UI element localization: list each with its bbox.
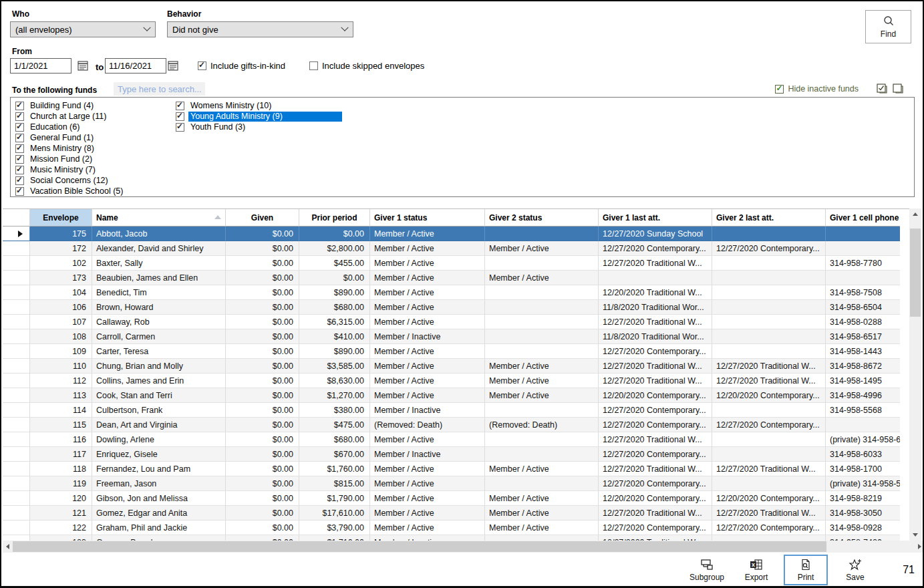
table-cell[interactable]: 314-958-7508 — [826, 285, 900, 300]
table-cell[interactable]: 116 — [30, 432, 92, 447]
table-cell[interactable]: Member / Active — [485, 491, 599, 506]
checkbox-icon[interactable] — [15, 134, 24, 142]
table-cell[interactable]: Member / Active — [485, 388, 599, 403]
table-cell[interactable]: 12/27/2020 Traditional W... — [712, 462, 826, 476]
table-cell[interactable]: 314-958-7780 — [826, 256, 900, 271]
checkbox-icon[interactable] — [176, 123, 184, 132]
table-cell[interactable]: $0.00 — [226, 506, 299, 521]
table-cell[interactable]: Member / Inactive — [370, 447, 485, 462]
table-cell[interactable] — [485, 227, 599, 241]
table-cell[interactable]: Chung, Brian and Molly — [92, 359, 226, 374]
table-cell[interactable]: $2,800.00 — [299, 241, 370, 256]
table-cell[interactable] — [485, 344, 599, 359]
table-cell[interactable] — [712, 447, 826, 462]
table-cell[interactable] — [826, 271, 900, 285]
table-cell[interactable]: Member / Active — [370, 506, 485, 521]
table-cell[interactable]: 12/20/2020 Contemporary... — [712, 491, 826, 506]
table-cell[interactable]: 12/27/2020 Contemporary... — [599, 476, 712, 491]
table-cell[interactable]: 121 — [30, 506, 92, 521]
table-cell[interactable]: 12/27/2020 Traditional W... — [712, 506, 826, 521]
table-cell[interactable]: 314-958-8672 — [826, 359, 900, 374]
table-cell[interactable]: 314-958-5568 — [826, 403, 900, 418]
table-cell[interactable]: $0.00 — [226, 300, 299, 315]
table-cell[interactable]: Freeman, Jason — [92, 476, 226, 491]
check-all-funds-button[interactable] — [877, 83, 888, 94]
scroll-right-button[interactable] — [915, 541, 924, 553]
fund-item[interactable]: Youth Fund (3) — [176, 122, 342, 132]
table-cell[interactable]: 314-958-6504 — [826, 300, 900, 315]
table-cell[interactable]: $0.00 — [226, 535, 299, 541]
table-cell[interactable]: 12/27/2020 Contemporary... — [712, 241, 826, 256]
table-cell[interactable]: 314-958-1700 — [826, 462, 900, 476]
checkbox-icon[interactable] — [15, 112, 24, 121]
table-cell[interactable]: Member / Active — [370, 344, 485, 359]
table-cell[interactable] — [712, 403, 826, 418]
table-cell[interactable]: 106 — [30, 300, 92, 315]
table-cell[interactable] — [485, 256, 599, 271]
table-cell[interactable]: Member / Active — [370, 241, 485, 256]
table-cell[interactable]: Beaubien, James and Ellen — [92, 271, 226, 285]
table-cell[interactable]: Member / Active — [370, 227, 485, 241]
table-cell[interactable]: Member / Active — [370, 285, 485, 300]
table-cell[interactable]: Gibson, Jon and Melissa — [92, 491, 226, 506]
table-cell[interactable]: Member / Active — [370, 491, 485, 506]
table-cell[interactable]: 120 — [30, 491, 92, 506]
column-header-giver2-last-att[interactable]: Giver 2 last att. — [712, 209, 826, 227]
table-cell[interactable]: $0.00 — [226, 271, 299, 285]
table-cell[interactable]: 102 — [30, 256, 92, 271]
table-cell[interactable]: $6,315.00 — [299, 315, 370, 329]
table-cell[interactable]: Member / Active — [370, 315, 485, 329]
table-cell[interactable]: Carter, Teresa — [92, 344, 226, 359]
subgroup-button[interactable]: Subgroup — [685, 555, 729, 585]
table-cell[interactable]: Member / Inactive — [370, 535, 485, 541]
vertical-scrollbar-thumb[interactable] — [910, 229, 921, 317]
checkbox-icon[interactable] — [15, 123, 24, 132]
from-calendar-button[interactable] — [77, 59, 90, 73]
table-cell[interactable]: Member / Active — [485, 506, 599, 521]
table-cell[interactable] — [826, 227, 900, 241]
table-cell[interactable] — [712, 476, 826, 491]
fund-item[interactable]: Vacation Bible School (5) — [15, 186, 125, 196]
table-cell[interactable]: $0.00 — [226, 418, 299, 432]
table-cell[interactable]: $0.00 — [226, 388, 299, 403]
uncheck-all-funds-button[interactable] — [893, 83, 904, 94]
table-cell[interactable]: 122 — [30, 521, 92, 535]
table-cell[interactable]: Member / Active — [485, 271, 599, 285]
table-cell[interactable]: 12/27/2020 Traditional W... — [599, 506, 712, 521]
table-cell[interactable]: 12/27/2020 Contemporary... — [599, 447, 712, 462]
table-cell[interactable]: 12/27/2020 Traditional W... — [599, 359, 712, 374]
table-cell[interactable] — [712, 432, 826, 447]
table-cell[interactable]: $8,630.00 — [299, 374, 370, 388]
table-cell[interactable]: $0.00 — [226, 447, 299, 462]
table-cell[interactable]: Member / Active — [485, 374, 599, 388]
table-cell[interactable]: (private) 314-958-664 — [826, 432, 900, 447]
table-cell[interactable]: 12/27/2020 Traditional W... — [712, 374, 826, 388]
checkbox-icon[interactable] — [15, 102, 24, 110]
table-cell[interactable] — [485, 329, 599, 344]
table-cell[interactable]: 109 — [30, 344, 92, 359]
table-cell[interactable] — [712, 256, 826, 271]
table-cell[interactable]: 12/27/2020 Sunday School — [599, 227, 712, 241]
table-cell[interactable]: 314-958-1443 — [826, 344, 900, 359]
table-cell[interactable]: 314-958-3050 — [826, 506, 900, 521]
table-cell[interactable]: $670.00 — [299, 447, 370, 462]
checkbox-icon[interactable] — [176, 112, 184, 121]
table-cell[interactable]: 314-958-0928 — [826, 521, 900, 535]
table-cell[interactable]: 12/27/2020 Contemporary... — [712, 418, 826, 432]
table-cell[interactable]: 113 — [30, 388, 92, 403]
table-cell[interactable]: 114 — [30, 403, 92, 418]
horizontal-scrollbar-thumb[interactable] — [13, 541, 826, 552]
table-cell[interactable]: 12/27/2020 Contemporary... — [599, 418, 712, 432]
table-cell[interactable]: (Removed: Death) — [370, 418, 485, 432]
table-cell[interactable]: Cook, Stan and Terri — [92, 388, 226, 403]
table-cell[interactable]: 12/27/2020 Traditional W... — [599, 462, 712, 476]
table-cell[interactable] — [712, 300, 826, 315]
table-cell[interactable]: $890.00 — [299, 285, 370, 300]
table-cell[interactable] — [485, 447, 599, 462]
scroll-down-button[interactable] — [909, 529, 921, 541]
table-cell[interactable]: 119 — [30, 476, 92, 491]
export-button[interactable]: x Export — [734, 555, 778, 585]
table-cell[interactable]: $0.00 — [226, 329, 299, 344]
table-cell[interactable]: $17,610.00 — [299, 506, 370, 521]
table-cell[interactable]: $380.00 — [299, 403, 370, 418]
